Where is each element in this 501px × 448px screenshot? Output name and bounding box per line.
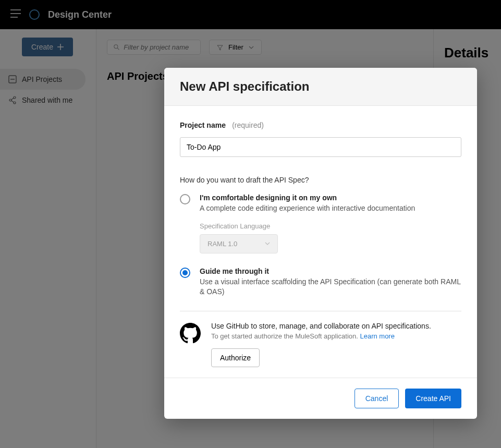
project-name-input[interactable] <box>180 137 461 157</box>
github-title: Use GitHub to store, manage, and collabo… <box>211 322 431 330</box>
project-name-label: Project name <box>180 121 226 129</box>
modal-header: New API specification <box>164 68 477 106</box>
radio-guide-title: Guide me through it <box>200 267 461 275</box>
radio-guide-desc: Use a visual interface scaffolding the A… <box>200 277 461 297</box>
radio-own-title: I'm comfortable designing it on my own <box>200 193 461 202</box>
radio-own-circle[interactable] <box>180 194 190 204</box>
spec-language-label: Specification Language <box>200 222 461 230</box>
radio-option-guide[interactable]: Guide me through it Use a visual interfa… <box>180 267 461 297</box>
chevron-down-icon <box>265 242 270 245</box>
authorize-button[interactable]: Authorize <box>211 348 260 367</box>
radio-option-own[interactable]: I'm comfortable designing it on my own A… <box>180 193 461 253</box>
draft-question: How do you want to draft the API Spec? <box>180 176 461 184</box>
github-subtitle: To get started authorize the MuleSoft ap… <box>211 332 431 340</box>
spec-language-select[interactable]: RAML 1.0 <box>200 234 278 253</box>
github-icon <box>180 323 201 346</box>
github-section: Use GitHub to store, manage, and collabo… <box>180 322 461 367</box>
radio-own-desc: A complete code editing experience with … <box>200 203 461 214</box>
cancel-button[interactable]: Cancel <box>355 389 399 408</box>
create-api-button[interactable]: Create API <box>405 389 461 408</box>
modal-title: New API specification <box>180 79 461 94</box>
modal-footer: Cancel Create API <box>164 378 477 419</box>
learn-more-link[interactable]: Learn more <box>360 332 394 340</box>
required-indicator: (required) <box>228 121 263 129</box>
new-api-modal: New API specification Project name (requ… <box>164 68 477 419</box>
radio-guide-circle[interactable] <box>180 268 190 278</box>
divider <box>180 311 461 311</box>
spec-language-value: RAML 1.0 <box>207 240 237 248</box>
